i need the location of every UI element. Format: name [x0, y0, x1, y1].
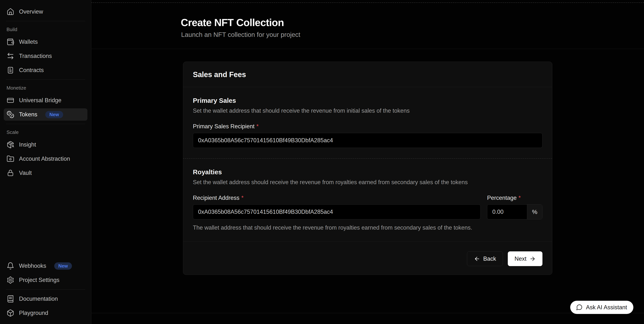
percent-suffix: % [527, 205, 542, 219]
sidebar-item-playground[interactable]: Playground [4, 307, 88, 319]
sales-and-fees-card: Sales and Fees Primary Sales Set the wal… [183, 62, 552, 275]
sidebar: Overview Build Wallets Transactions Cont… [0, 0, 91, 324]
chat-bubble-icon [576, 304, 583, 311]
sidebar-item-webhooks[interactable]: Webhooks New [4, 260, 88, 272]
primary-sales-recipient-label: Primary Sales Recipient * [193, 123, 542, 130]
sidebar-item-wallets[interactable]: Wallets [4, 36, 88, 48]
required-asterisk: * [241, 195, 244, 201]
sidebar-item-documentation[interactable]: Documentation [4, 293, 88, 305]
royalties-heading: Royalties [193, 168, 542, 176]
required-asterisk: * [256, 123, 259, 130]
royalties-section: Royalties Set the wallet address should … [183, 159, 552, 242]
coins-icon [6, 111, 14, 118]
sidebar-item-label: Playground [19, 310, 48, 316]
next-button[interactable]: Next [508, 251, 542, 266]
sidebar-item-label: Tokens [19, 111, 37, 118]
sidebar-divider [6, 21, 85, 21]
required-asterisk: * [518, 195, 521, 201]
wallet-icon [6, 38, 14, 46]
primary-sales-recipient-input[interactable] [193, 133, 542, 148]
sidebar-item-label: Transactions [19, 53, 52, 59]
royalty-recipient-input[interactable] [193, 204, 480, 219]
back-button[interactable]: Back [467, 251, 503, 266]
bell-icon [6, 262, 14, 270]
book-icon [6, 295, 14, 303]
primary-sales-section: Primary Sales Set the wallet address tha… [183, 87, 552, 158]
card-footer: Back Next [183, 242, 552, 275]
bottom-border-line [91, 313, 644, 313]
card-header: Sales and Fees [183, 62, 552, 87]
back-button-label: Back [483, 256, 496, 262]
royalties-description: Set the wallet address should receive th… [193, 179, 542, 186]
top-dashed-divider [91, 0, 644, 3]
sidebar-item-account-abstraction[interactable]: Account Abstraction [4, 153, 88, 165]
next-button-label: Next [514, 256, 526, 262]
primary-sales-description: Set the wallet address that should recei… [193, 107, 542, 114]
sidebar-item-label: Project Settings [19, 277, 60, 284]
sidebar-divider [6, 79, 85, 80]
arrow-right-icon [530, 256, 536, 262]
sidebar-item-contracts[interactable]: Contracts [4, 64, 88, 76]
content-area: Sales and Fees Primary Sales Set the wal… [91, 49, 644, 275]
main-content: Create NFT Collection Launch an NFT coll… [91, 0, 644, 324]
sidebar-section-build: Build [6, 27, 84, 32]
label-text: Recipient Address [193, 195, 240, 201]
sidebar-section-scale: Scale [6, 129, 84, 135]
card-title: Sales and Fees [193, 70, 542, 79]
cube-icon [6, 309, 14, 317]
sidebar-divider [6, 289, 85, 290]
sidebar-item-label: Webhooks [19, 263, 46, 269]
ask-ai-assistant-button[interactable]: Ask AI Assistant [570, 301, 634, 314]
sidebar-bottom: Webhooks New Project Settings Documentat… [4, 260, 88, 319]
gear-icon [6, 276, 14, 284]
sidebar-item-label: Vault [19, 170, 32, 176]
primary-sales-heading: Primary Sales [193, 97, 542, 104]
sidebar-item-universal-bridge[interactable]: Universal Bridge [4, 94, 88, 106]
label-text: Primary Sales Recipient [193, 123, 254, 130]
royalties-helper-text: The wallet address that should receive t… [193, 224, 542, 231]
arrow-left-icon [474, 256, 480, 262]
sidebar-item-overview[interactable]: Overview [4, 5, 88, 18]
sidebar-item-vault[interactable]: Vault [4, 167, 88, 179]
royalty-percentage-field: Percentage * % [487, 195, 542, 219]
percentage-input[interactable] [487, 205, 527, 219]
new-badge: New [54, 262, 72, 270]
lock-icon [6, 169, 14, 177]
sidebar-item-tokens[interactable]: Tokens New [4, 108, 88, 121]
percentage-label: Percentage * [487, 195, 542, 201]
royalty-recipient-field: Recipient Address * [193, 195, 480, 219]
new-badge: New [45, 111, 63, 118]
folder-icon [6, 155, 14, 163]
sidebar-item-label: Overview [19, 8, 43, 15]
home-icon [6, 8, 14, 16]
sidebar-item-insight[interactable]: Insight [4, 139, 88, 151]
file-text-icon [6, 66, 14, 74]
arrows-left-right-icon [6, 52, 14, 60]
recipient-address-label: Recipient Address * [193, 195, 480, 201]
sidebar-section-monetize: Monetize [6, 85, 84, 91]
label-text: Percentage [487, 195, 517, 201]
package-search-icon [6, 141, 14, 149]
royalties-fields-row: Recipient Address * Percentage * % [193, 195, 542, 219]
credit-card-icon [6, 96, 14, 104]
sidebar-item-label: Documentation [19, 296, 58, 302]
sidebar-item-transactions[interactable]: Transactions [4, 50, 88, 62]
sidebar-item-project-settings[interactable]: Project Settings [4, 274, 88, 286]
percentage-input-group: % [487, 204, 542, 219]
page-subtitle: Launch an NFT collection for your projec… [181, 31, 644, 38]
sidebar-item-label: Account Abstraction [19, 155, 70, 162]
page-title: Create NFT Collection [181, 16, 644, 28]
page-header: Create NFT Collection Launch an NFT coll… [91, 3, 644, 49]
sidebar-item-label: Universal Bridge [19, 97, 61, 104]
ask-ai-assistant-label: Ask AI Assistant [586, 304, 627, 311]
sidebar-item-label: Insight [19, 141, 36, 148]
sidebar-item-label: Contracts [19, 67, 44, 73]
sidebar-item-label: Wallets [19, 38, 38, 45]
